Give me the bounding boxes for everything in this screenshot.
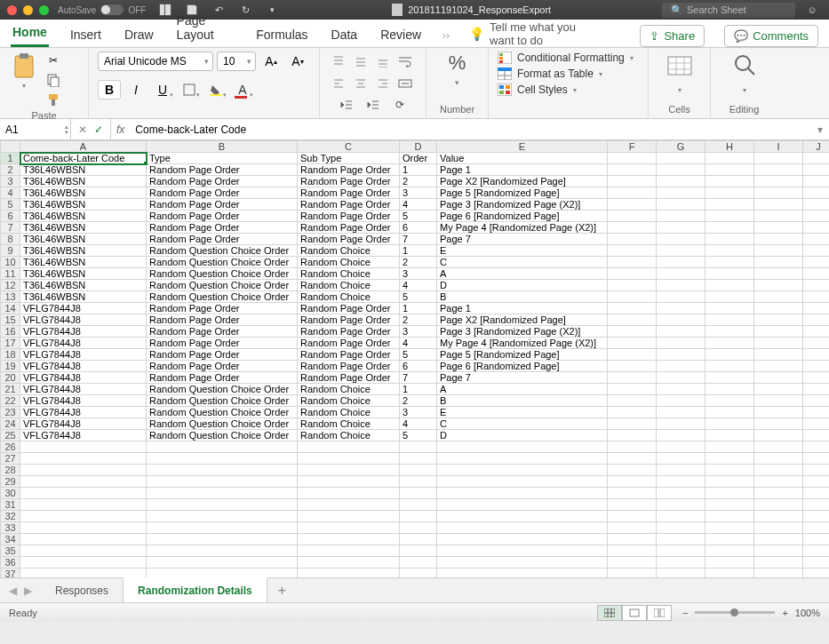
cell[interactable]: 5 <box>400 211 437 222</box>
align-right-icon[interactable] <box>373 74 393 93</box>
add-sheet-button[interactable]: + <box>267 583 297 599</box>
cell[interactable]: Page 6 [Randomized Page] <box>437 211 608 222</box>
col-header-H[interactable]: H <box>705 141 754 153</box>
cell[interactable] <box>803 499 830 511</box>
cell[interactable] <box>147 522 298 534</box>
row-header[interactable]: 36 <box>1 557 20 568</box>
cell[interactable]: Random Page Order <box>298 372 400 384</box>
cell[interactable]: Random Choice <box>298 395 400 407</box>
cell[interactable] <box>608 430 657 441</box>
cell[interactable]: Random Page Order <box>147 361 298 372</box>
row-header[interactable]: 34 <box>1 534 20 545</box>
cell[interactable] <box>20 499 147 511</box>
cell[interactable]: Come-back-Later Code <box>20 153 147 164</box>
cell[interactable] <box>298 511 400 522</box>
cell[interactable]: Random Page Order <box>147 234 298 245</box>
cell[interactable] <box>803 534 830 545</box>
row-header[interactable]: 1 <box>1 153 20 164</box>
cell[interactable]: My Page 4 [Randomized Page (X2)] <box>437 338 608 349</box>
cell[interactable] <box>657 522 705 534</box>
cell[interactable] <box>803 268 830 280</box>
cell[interactable] <box>608 534 657 545</box>
cell[interactable]: Random Question Choice Order <box>147 395 298 407</box>
cell[interactable] <box>657 361 705 372</box>
cell[interactable] <box>705 361 754 372</box>
cell[interactable] <box>657 211 705 222</box>
cell[interactable]: Random Page Order <box>147 211 298 222</box>
cell[interactable]: 2 <box>400 395 437 407</box>
cell[interactable] <box>608 280 657 291</box>
wrap-text-icon[interactable] <box>395 52 415 71</box>
cell[interactable] <box>754 476 803 488</box>
cell[interactable] <box>705 522 754 534</box>
cell[interactable]: Random Page Order <box>147 222 298 234</box>
cell[interactable] <box>147 545 298 557</box>
cell[interactable] <box>608 268 657 280</box>
cell[interactable]: VFLG7844J8 <box>20 395 147 407</box>
cell[interactable]: VFLG7844J8 <box>20 372 147 384</box>
name-box[interactable]: A1 ▴▾ <box>0 119 71 139</box>
cell[interactable]: T36L46WBSN <box>20 222 147 234</box>
cell[interactable] <box>803 326 830 338</box>
cell[interactable]: Random Question Choice Order <box>147 430 298 441</box>
cell[interactable]: VFLG7844J8 <box>20 384 147 395</box>
row-header[interactable]: 8 <box>1 234 20 245</box>
cell[interactable] <box>803 453 830 465</box>
cell[interactable] <box>657 568 705 578</box>
tab-insert[interactable]: Insert <box>68 22 103 47</box>
fill-color-button[interactable]: ▾ <box>204 80 227 99</box>
cell[interactable]: Random Choice <box>298 280 400 291</box>
cell[interactable] <box>754 557 803 568</box>
cell[interactable] <box>298 557 400 568</box>
cell[interactable] <box>705 314 754 326</box>
cell[interactable] <box>803 303 830 314</box>
cell[interactable] <box>705 488 754 499</box>
editing-button[interactable] <box>720 52 769 78</box>
cell[interactable] <box>608 257 657 268</box>
feedback-icon[interactable]: ☺ <box>802 0 822 20</box>
cell[interactable] <box>147 568 298 578</box>
row-header[interactable]: 17 <box>1 338 20 349</box>
increase-font-icon[interactable]: A▴ <box>259 52 283 71</box>
row-header[interactable]: 20 <box>1 372 20 384</box>
cell[interactable]: Random Choice <box>298 407 400 418</box>
cell[interactable] <box>705 187 754 199</box>
cell[interactable]: 1 <box>400 245 437 257</box>
cell[interactable] <box>657 280 705 291</box>
cell[interactable]: C <box>437 418 608 430</box>
cell[interactable]: Random Question Choice Order <box>147 280 298 291</box>
cell[interactable] <box>754 164 803 176</box>
cell[interactable] <box>437 545 608 557</box>
increase-indent-icon[interactable] <box>363 95 383 115</box>
cell[interactable]: VFLG7844J8 <box>20 314 147 326</box>
percent-icon[interactable]: % <box>449 52 466 75</box>
cell[interactable]: Page 3 [Randomized Page (X2)] <box>437 199 608 211</box>
col-header-I[interactable]: I <box>754 141 803 153</box>
cell[interactable]: 4 <box>400 280 437 291</box>
cell[interactable] <box>754 291 803 303</box>
cell[interactable]: Random Page Order <box>147 349 298 361</box>
cell[interactable] <box>754 176 803 187</box>
cell[interactable] <box>803 234 830 245</box>
underline-button[interactable]: U▾ <box>151 80 174 99</box>
align-bottom-icon[interactable] <box>373 52 393 71</box>
copy-icon[interactable] <box>44 71 62 89</box>
cell[interactable] <box>803 349 830 361</box>
cell[interactable] <box>298 476 400 488</box>
format-as-table-button[interactable]: Format as Table▾ <box>498 68 639 80</box>
cell[interactable] <box>705 534 754 545</box>
cell[interactable] <box>657 303 705 314</box>
cell[interactable] <box>608 314 657 326</box>
cell[interactable] <box>657 384 705 395</box>
cell[interactable] <box>754 534 803 545</box>
cell[interactable] <box>705 430 754 441</box>
cell[interactable] <box>657 257 705 268</box>
cell[interactable] <box>705 372 754 384</box>
col-header-G[interactable]: G <box>657 141 705 153</box>
cell[interactable] <box>608 245 657 257</box>
cell[interactable] <box>657 372 705 384</box>
cell[interactable] <box>298 465 400 476</box>
cell[interactable] <box>754 222 803 234</box>
col-header-C[interactable]: C <box>298 141 400 153</box>
cell[interactable] <box>657 418 705 430</box>
